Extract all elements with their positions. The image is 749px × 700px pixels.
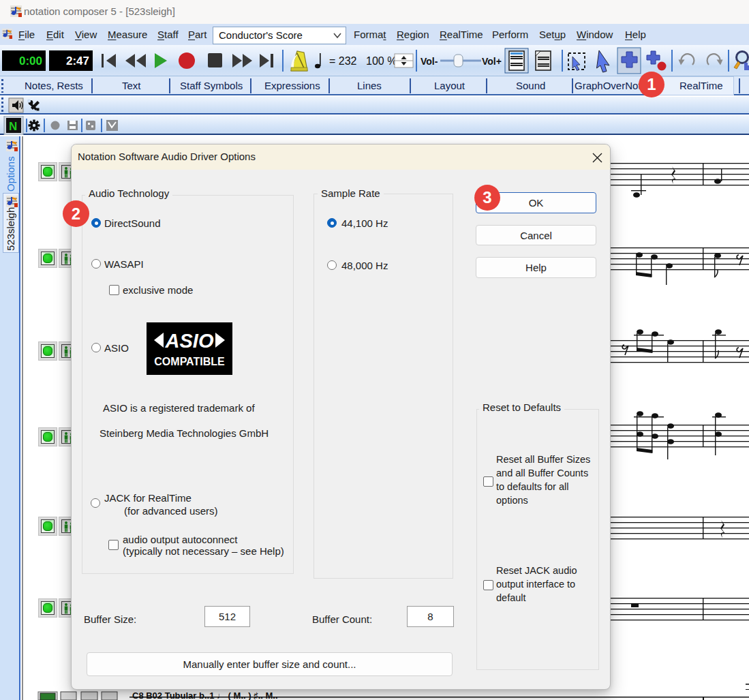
- svg-text:ASIO: ASIO: [165, 330, 214, 352]
- svg-text:COMPATIBLE: COMPATIBLE: [154, 356, 225, 367]
- svg-text:C8 B02 Tubular b..1 ♩ ( M.. ): C8 B02 Tubular b..1 ♩ ( M.. ) ♯.. M..: [132, 690, 278, 700]
- svg-text:Vol-: Vol-: [421, 56, 438, 67]
- svg-text:N: N: [9, 120, 17, 133]
- svg-text:100 %: 100 %: [366, 55, 397, 67]
- svg-text:Vol+: Vol+: [482, 56, 502, 67]
- svg-text:0:00: 0:00: [19, 55, 42, 67]
- svg-text:= 232: = 232: [329, 55, 357, 67]
- svg-text:2:47: 2:47: [66, 55, 89, 67]
